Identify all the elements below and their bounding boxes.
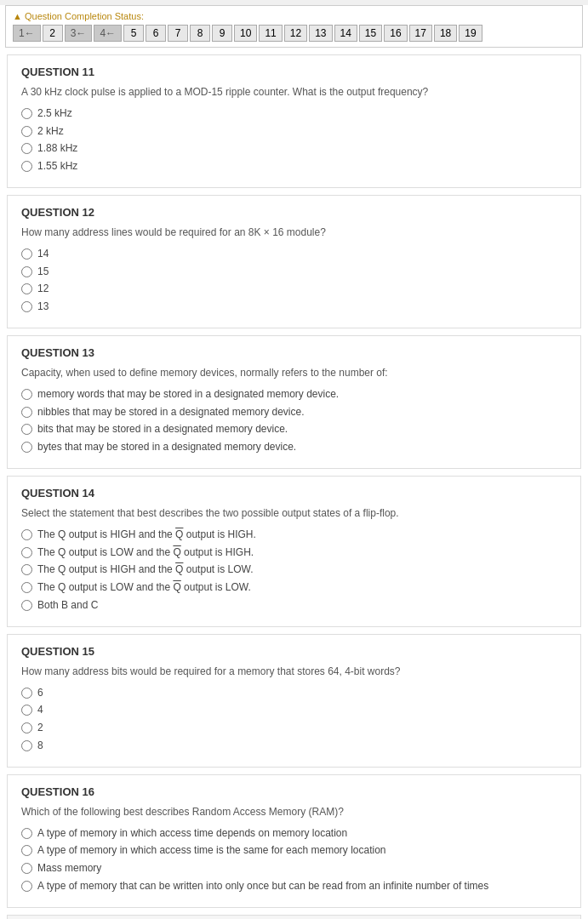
question-block-q16: QUESTION 16Which of the following best d… (7, 774, 581, 908)
option-label-q13a: memory words that may be stored in a des… (37, 387, 339, 402)
question-block-q11: QUESTION 11A 30 kHz clock pulse is appli… (7, 54, 581, 188)
radio-q15a[interactable] (21, 688, 32, 699)
list-item-q12a: 14 (21, 247, 567, 261)
radio-q12d[interactable] (21, 301, 32, 312)
option-label-q11b: 2 kHz (37, 124, 64, 139)
option-label-q13d: bytes that may be stored in a designated… (37, 440, 296, 454)
list-item-q16b: A type of memory in which access time is… (21, 843, 567, 858)
status-title: Question Completion Status: (13, 11, 575, 21)
question-text-q14: Select the statement that best describes… (21, 506, 567, 521)
nav-btn-1[interactable]: 1← (13, 25, 41, 42)
nav-btn-3[interactable]: 3← (65, 25, 93, 42)
radio-q13a[interactable] (21, 389, 32, 400)
option-label-q16d: A type of memory that can be written int… (37, 879, 488, 893)
nav-btn-19[interactable]: 19 (459, 25, 482, 42)
list-item-q13b: nibbles that may be stored in a designat… (21, 405, 567, 420)
nav-btn-13[interactable]: 13 (309, 25, 332, 42)
nav-btn-5[interactable]: 5 (123, 25, 144, 42)
radio-q13c[interactable] (21, 424, 32, 435)
list-item-q14b: The Q output is LOW and the Q output is … (21, 545, 567, 560)
radio-q15c[interactable] (21, 722, 32, 733)
nav-btn-16[interactable]: 16 (384, 25, 407, 42)
question-text-q16: Which of the following best describes Ra… (21, 805, 567, 819)
option-label-q16b: A type of memory in which access time is… (37, 843, 386, 858)
question-number-q14: QUESTION 14 (21, 487, 567, 499)
nav-btn-11[interactable]: 11 (259, 25, 282, 42)
list-item-q11a: 2.5 kHz (21, 106, 567, 121)
footer-bar: Click Save and Submit to save and submit… (7, 915, 581, 919)
nav-btn-12[interactable]: 12 (284, 25, 307, 42)
options-list-q16: A type of memory in which access time de… (21, 826, 567, 893)
radio-q16a[interactable] (21, 828, 32, 839)
nav-btn-15[interactable]: 15 (359, 25, 382, 42)
radio-q15b[interactable] (21, 705, 32, 716)
nav-buttons: 1←23←4←5678910111213141516171819 (13, 25, 575, 42)
nav-btn-17[interactable]: 17 (409, 25, 432, 42)
list-item-q11b: 2 kHz (21, 124, 567, 139)
radio-q13d[interactable] (21, 442, 32, 453)
list-item-q11d: 1.55 kHz (21, 159, 567, 174)
nav-btn-18[interactable]: 18 (434, 25, 457, 42)
option-label-q15a: 6 (37, 686, 43, 700)
question-number-q13: QUESTION 13 (21, 346, 567, 359)
nav-btn-8[interactable]: 8 (190, 25, 210, 42)
radio-q14e[interactable] (21, 600, 32, 611)
radio-q15d[interactable] (21, 740, 32, 751)
option-label-q15d: 8 (37, 739, 43, 753)
option-label-q12b: 15 (37, 265, 49, 279)
options-list-q12: 14151213 (21, 247, 567, 314)
option-label-q15c: 2 (37, 721, 43, 735)
list-item-q15d: 8 (21, 739, 567, 753)
list-item-q13d: bytes that may be stored in a designated… (21, 440, 567, 454)
nav-btn-2[interactable]: 2 (43, 25, 63, 42)
radio-q16c[interactable] (21, 863, 32, 874)
option-label-q11a: 2.5 kHz (37, 106, 72, 121)
radio-q11c[interactable] (21, 143, 32, 154)
list-item-q15a: 6 (21, 686, 567, 700)
radio-q16d[interactable] (21, 881, 32, 892)
radio-q11a[interactable] (21, 108, 32, 119)
list-item-q16c: Mass memory (21, 861, 567, 876)
list-item-q12c: 12 (21, 282, 567, 296)
radio-q11d[interactable] (21, 161, 32, 172)
nav-btn-6[interactable]: 6 (146, 25, 166, 42)
list-item-q13a: memory words that may be stored in a des… (21, 387, 567, 402)
question-text-q12: How many address lines would be required… (21, 225, 567, 240)
list-item-q14a: The Q output is HIGH and the Q output is… (21, 528, 567, 542)
question-text-q13: Capacity, when used to define memory dev… (21, 366, 567, 380)
option-label-q11c: 1.88 kHz (37, 141, 77, 156)
radio-q14b[interactable] (21, 547, 32, 558)
radio-q13b[interactable] (21, 407, 32, 418)
question-number-q16: QUESTION 16 (21, 785, 567, 798)
radio-q14a[interactable] (21, 529, 32, 540)
radio-q12a[interactable] (21, 248, 32, 260)
option-label-q14b: The Q output is LOW and the Q output is … (37, 545, 254, 560)
nav-btn-4[interactable]: 4← (94, 25, 122, 42)
radio-q14d[interactable] (21, 582, 32, 593)
question-block-q12: QUESTION 12How many address lines would … (7, 195, 581, 328)
radio-q14c[interactable] (21, 564, 32, 575)
questions-container: QUESTION 11A 30 kHz clock pulse is appli… (0, 54, 588, 908)
status-bar: Question Completion Status: 1←23←4←56789… (5, 5, 583, 48)
question-text-q15: How many address bits would be required … (21, 665, 567, 679)
list-item-q13c: bits that may be stored in a designated … (21, 422, 567, 437)
page-container: Question Completion Status: 1←23←4←56789… (0, 5, 588, 919)
question-number-q11: QUESTION 11 (21, 66, 567, 78)
radio-q12b[interactable] (21, 266, 32, 277)
nav-btn-10[interactable]: 10 (234, 25, 257, 42)
option-label-q12d: 13 (37, 300, 49, 314)
radio-q16b[interactable] (21, 845, 32, 856)
nav-btn-7[interactable]: 7 (168, 25, 188, 42)
nav-btn-14[interactable]: 14 (334, 25, 357, 42)
radio-q11b[interactable] (21, 126, 32, 137)
list-item-q12b: 15 (21, 265, 567, 279)
nav-btn-9[interactable]: 9 (212, 25, 232, 42)
option-label-q16c: Mass memory (37, 861, 101, 876)
list-item-q14c: The Q output is HIGH and the Q output is… (21, 562, 567, 577)
list-item-q15c: 2 (21, 721, 567, 735)
list-item-q16d: A type of memory that can be written int… (21, 879, 567, 893)
options-list-q13: memory words that may be stored in a des… (21, 387, 567, 454)
list-item-q15b: 4 (21, 703, 567, 717)
radio-q12c[interactable] (21, 283, 32, 294)
question-number-q15: QUESTION 15 (21, 645, 567, 658)
